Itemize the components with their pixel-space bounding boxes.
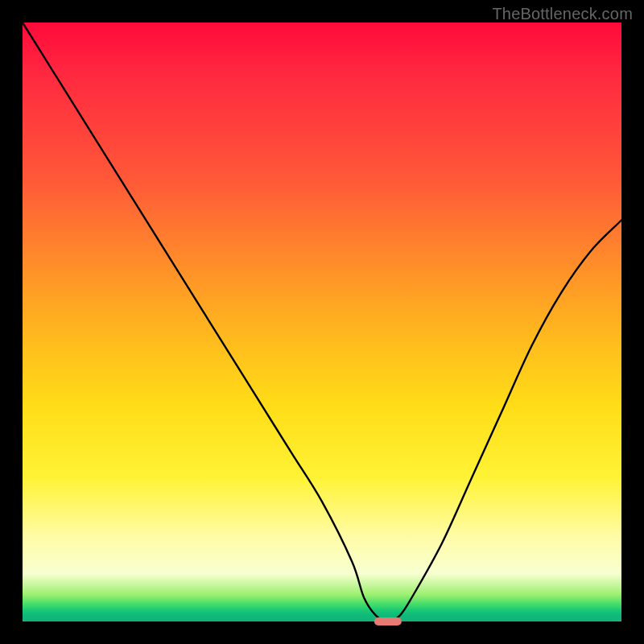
bottleneck-curve-svg [23, 23, 621, 621]
bottleneck-curve-line [23, 23, 621, 621]
chart-area [23, 23, 621, 621]
watermark-label: TheBottleneck.com [492, 5, 633, 23]
optimal-point-marker [374, 617, 402, 625]
